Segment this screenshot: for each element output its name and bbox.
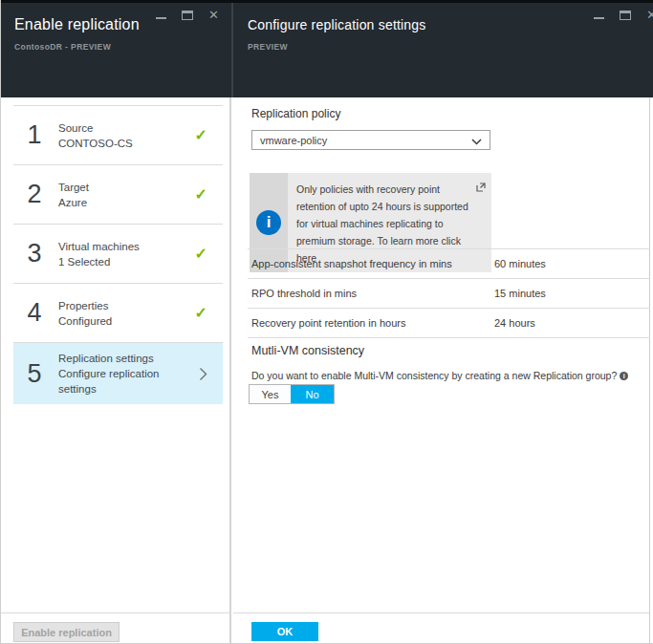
multivm-question: Do you want to enable Multi-VM consisten… [251,370,628,381]
setting-label: App-consistent snapshot frequency in min… [248,258,452,269]
check-icon: ✓ [195,304,223,322]
chevron-right-icon [199,367,223,381]
setting-label: RPO threshold in mins [248,288,357,299]
setting-label: Recovery point retention in hours [248,317,405,329]
step-subtitle: Azure [58,195,195,210]
footer-divider [233,612,649,613]
step-title: Virtual machines [58,239,195,254]
step-subtitle: Configure replication settings [58,366,199,397]
left-blade-subtitle: ContosoDR - PREVIEW [14,42,111,52]
right-window-controls: ✕ [594,8,653,23]
info-tooltip-icon[interactable]: i [620,372,628,380]
minimize-icon[interactable] [156,17,166,19]
wizard-steps: 1 Source CONTOSO-CS ✓ 2 Target Azure ✓ 3… [13,105,223,404]
minimize-icon[interactable] [594,17,604,19]
dropdown-selected-value: vmware-policy [260,135,471,146]
step-subtitle: 1 Selected [58,254,195,269]
blade-divider [231,3,233,97]
right-blade-subtitle: PREVIEW [248,42,288,52]
step-source[interactable]: 1 Source CONTOSO-CS ✓ [13,106,223,165]
step-replication-settings[interactable]: 5 Replication settings Configure replica… [13,343,223,404]
multivm-toggle: Yes No [249,384,335,404]
replication-policy-label: Replication policy [251,107,340,120]
multivm-consistency-heading: Mutli-VM consistency [251,344,364,357]
step-number: 1 [13,120,55,150]
maximize-icon[interactable] [182,11,193,20]
info-icon: i [256,210,281,235]
replication-policy-dropdown[interactable]: vmware-policy [251,130,490,150]
close-icon[interactable]: ✕ [208,9,219,22]
policy-settings-table: App-consistent snapshot frequency in min… [248,248,650,338]
step-subtitle: Configured [58,313,195,329]
step-title: Replication settings [58,351,199,366]
right-blade-title: Configure replication settings [248,17,426,32]
check-icon: ✓ [195,245,223,263]
toggle-yes-button[interactable]: Yes [250,385,291,403]
step-target[interactable]: 2 Target Azure ✓ [13,165,223,225]
maximize-icon[interactable] [620,11,631,20]
enable-replication-button[interactable]: Enable replication [13,622,120,642]
footer-divider [1,612,231,613]
window: Enable replication ContosoDR - PREVIEW ✕… [0,0,653,644]
table-row: App-consistent snapshot frequency in min… [248,249,650,279]
setting-value: 15 minutes [494,288,546,299]
check-icon: ✓ [195,126,223,144]
chevron-down-icon [471,132,482,149]
step-number: 4 [13,298,55,328]
toggle-no-button[interactable]: No [291,385,334,403]
enable-replication-blade: 1 Source CONTOSO-CS ✓ 2 Target Azure ✓ 3… [1,97,231,643]
step-title: Target [58,180,195,195]
left-window-controls: ✕ [156,8,219,23]
setting-value: 60 minutes [494,258,546,269]
table-row: RPO threshold in mins 15 minutes [248,279,650,309]
configure-replication-settings-blade: Replication policy vmware-policy i Only … [233,97,650,643]
close-icon[interactable]: ✕ [646,9,653,22]
step-title: Source [58,120,195,136]
table-row: Recovery point retention in hours 24 hou… [248,309,650,338]
step-title: Properties [58,298,195,313]
step-subtitle: CONTOSO-CS [58,136,195,151]
setting-value: 24 hours [494,317,535,329]
step-properties[interactable]: 4 Properties Configured ✓ [13,284,223,343]
blade-headers: Enable replication ContosoDR - PREVIEW ✕… [1,0,653,97]
external-link-icon[interactable] [476,179,486,196]
step-number: 5 [13,359,55,389]
step-number: 2 [13,180,55,209]
ok-button[interactable]: OK [251,622,318,641]
step-virtual-machines[interactable]: 3 Virtual machines 1 Selected ✓ [13,225,223,284]
step-number: 3 [13,239,55,268]
check-icon: ✓ [195,185,223,204]
left-blade-title: Enable replication [14,16,140,33]
